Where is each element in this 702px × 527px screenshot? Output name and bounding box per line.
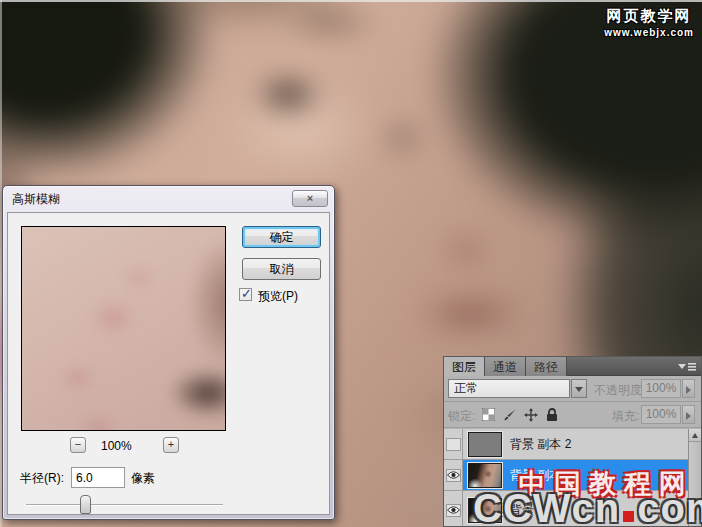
screenshot-root: 网页教学网 www.webjx.com 高斯模糊 × − 100% + [0, 0, 702, 527]
slider-track[interactable] [26, 504, 223, 506]
visibility-toggle[interactable] [444, 429, 463, 459]
opacity-label: 不透明度: [594, 382, 645, 399]
blur-preview-image [21, 226, 226, 431]
layer-row-main[interactable]: 背景 副本 2 [463, 429, 688, 459]
preview-zoom-controls: − 100% + [21, 437, 226, 455]
ok-button[interactable]: 确定 [242, 226, 321, 248]
layer-thumbnail[interactable] [468, 463, 502, 488]
checkerboard-icon [482, 408, 495, 421]
eye-icon [447, 506, 460, 514]
eye-well [446, 469, 461, 482]
lock-label: 锁定: [448, 408, 475, 425]
dialog-title: 高斯模糊 [12, 192, 60, 206]
layer-thumbnail[interactable] [468, 432, 502, 457]
fill-spinner-button [682, 405, 695, 424]
gaussian-blur-dialog: 高斯模糊 × − 100% + 半径(R): 像素 [2, 185, 335, 520]
watermark-top-title: 网页教学网 [604, 7, 694, 26]
close-button[interactable]: × [292, 190, 328, 207]
chevron-down-icon [575, 387, 583, 392]
eye-well [446, 438, 461, 451]
radius-input[interactable] [71, 467, 125, 488]
minus-icon: − [75, 438, 81, 450]
watermark-red-dot [623, 511, 634, 522]
watermark-top-url: www.webjx.com [604, 27, 694, 38]
radius-unit-label: 像素 [131, 470, 155, 487]
zoom-in-button[interactable]: + [163, 437, 179, 453]
fill-value-field: 100% [641, 405, 681, 424]
watermark-top: 网页教学网 www.webjx.com [604, 7, 694, 38]
eye-icon [447, 471, 460, 479]
opacity-value-field: 100% [641, 379, 681, 398]
fill-label: 填充: [612, 408, 639, 425]
lock-icon [546, 408, 558, 422]
zoom-out-button[interactable]: − [70, 437, 86, 453]
blend-mode-dropdown-button[interactable] [571, 379, 587, 398]
tab-paths[interactable]: 路径 [526, 357, 567, 376]
blend-mode-select[interactable]: 正常 [448, 379, 570, 398]
opacity-spinner-button [682, 379, 695, 398]
cancel-button[interactable]: 取消 [242, 258, 321, 280]
lock-row: 锁定: [444, 402, 701, 428]
lock-transparency-button[interactable] [480, 406, 497, 423]
dialog-titlebar[interactable]: 高斯模糊 × [3, 186, 334, 212]
visibility-toggle[interactable] [444, 460, 463, 490]
panel-menu-button[interactable] [676, 360, 698, 373]
layer-row-background-copy-2[interactable]: 背景 副本 2 [444, 429, 688, 460]
scroll-up-button[interactable] [689, 429, 701, 442]
zoom-level: 100% [101, 439, 132, 453]
preview-checkbox[interactable] [239, 288, 252, 301]
plus-icon: + [168, 438, 174, 450]
blend-mode-row: 正常 不透明度: 100% [444, 376, 701, 402]
brush-icon [503, 408, 517, 422]
watermark-bottom-site: CCWcncom [473, 486, 702, 527]
watermark-site-prefix: CCWcn [473, 486, 620, 527]
lock-pixels-button[interactable] [501, 406, 518, 423]
radius-slider[interactable] [26, 495, 223, 515]
lock-all-button[interactable] [543, 406, 560, 423]
lock-position-button[interactable] [522, 406, 539, 423]
blur-preview-area[interactable] [21, 226, 226, 431]
dialog-body: − 100% + 半径(R): 像素 确定 取消 预览(P) [7, 212, 330, 515]
preview-checkbox-label: 预览(P) [258, 288, 298, 305]
tab-channels[interactable]: 通道 [485, 357, 526, 376]
watermark-site-tld: com [637, 486, 702, 527]
visibility-toggle[interactable] [444, 491, 463, 526]
tab-layers[interactable]: 图层 [444, 357, 485, 376]
chevron-right-icon [686, 386, 691, 394]
close-icon: × [307, 192, 313, 204]
slider-thumb[interactable] [80, 495, 91, 514]
chevron-up-icon [692, 433, 698, 438]
panel-tabbar: 图层 通道 路径 [444, 357, 701, 376]
canvas-top-edge [0, 0, 702, 2]
lock-buttons [480, 406, 560, 423]
panel-menu-icon [676, 360, 698, 373]
layer-name: 背景 副本 2 [510, 436, 571, 453]
radius-label: 半径(R): [20, 470, 64, 487]
move-icon [524, 408, 538, 422]
chevron-right-icon [686, 412, 691, 420]
eye-well [446, 504, 461, 517]
